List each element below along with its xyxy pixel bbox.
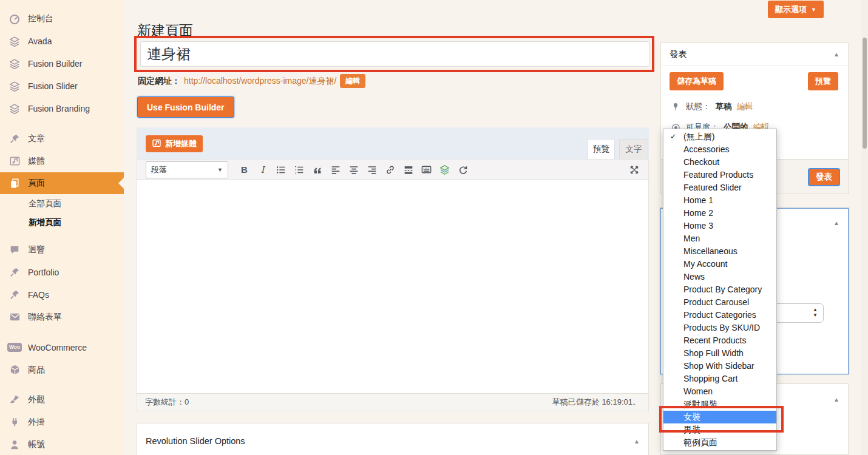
sidebar-item-comments[interactable]: 迴響 [0,238,124,261]
screen-options-label: 顯示選項 [775,4,807,15]
sidebar-item-products[interactable]: 商品 [0,359,124,381]
refresh-button[interactable] [455,163,471,177]
use-fusion-builder-button[interactable]: Use Fusion Builder [137,96,234,118]
pages-icon [8,177,21,189]
align-right-button[interactable] [364,163,380,177]
add-media-button[interactable]: 新增媒體 [146,135,203,152]
dropdown-option[interactable]: Home 3 [663,220,776,232]
sidebar-item-label: Fusion Slider [28,81,78,91]
sidebar-item-pages[interactable]: 頁面 [0,172,124,194]
plug-icon [8,416,21,428]
scrollbar-thumb[interactable] [863,38,867,149]
dropdown-option[interactable]: 男裝 [663,423,776,436]
collapse-icon[interactable]: ▲ [833,51,839,58]
align-left-button[interactable] [327,163,344,177]
editor-toolbar: 段落 ▼ B I [137,160,648,180]
permalink-edit-button[interactable]: 編輯 [340,74,365,88]
sidebar-item-portfolio[interactable]: Portfolio [0,261,124,283]
dropdown-option[interactable]: ✓(無上層) [663,130,776,143]
tab-visual[interactable]: 預覽 [588,139,615,159]
status-row: 狀態： 草稿 編輯 [671,101,753,112]
publish-button[interactable]: 發表 [808,168,840,186]
dropdown-option[interactable]: Featured Slider [663,181,776,194]
comment-icon [8,244,21,256]
sidebar-item-posts[interactable]: 文章 [0,127,124,150]
dropdown-option[interactable]: Men [663,232,776,245]
toolbar-toggle-button[interactable] [418,163,435,177]
dropdown-option[interactable]: 範例頁面 [663,436,776,449]
editor-canvas[interactable]: 段落 ▼ B I 字數統計：0 草稿已儲存於 16:19:01。 [137,159,649,411]
dropdown-option[interactable]: Recent Products [663,334,776,347]
sidebar-item-contact-forms[interactable]: 聯絡表單 [0,306,124,328]
sidebar-item-add-page[interactable]: 新增頁面 [0,213,124,232]
dropdown-option[interactable]: News [663,271,776,283]
bullet-list-button[interactable] [273,163,289,177]
avada-icon [8,103,21,115]
dropdown-option[interactable]: Women [663,385,776,398]
collapse-icon[interactable]: ▲ [634,438,640,445]
sidebar-item-dashboard[interactable]: 控制台 [0,7,124,30]
permalink-link[interactable]: http://localhost/wordpress-image/連身裙/ [184,76,336,87]
sidebar-item-avada[interactable]: Avada [0,30,124,52]
dropdown-option[interactable]: My Account [663,258,776,271]
sidebar-item-label: 外觀 [28,394,45,405]
dropdown-option[interactable]: Product Carousel [663,296,776,309]
bold-button[interactable]: B [236,163,253,177]
sidebar-item-label: Avada [28,36,52,46]
sidebar-item-label: 商品 [28,365,45,376]
sidebar-item-appearance[interactable]: 外觀 [0,388,124,411]
avada-icon [8,80,21,92]
word-count: 字數統計：0 [145,397,189,408]
user-icon [8,439,21,451]
media-icon [8,155,21,167]
dropdown-option[interactable]: Products By SKU/ID [663,322,776,334]
dropdown-option[interactable]: Miscellaneous [663,245,776,258]
page-title: 新建頁面 [137,21,193,40]
collapse-icon[interactable]: ▲ [833,220,839,226]
checkmark-icon: ✓ [670,130,676,143]
sidebar-item-users[interactable]: 帳號 [0,433,124,455]
dropdown-option[interactable]: Home 2 [663,207,776,220]
preview-button[interactable]: 預覽 [808,72,838,90]
dropdown-option[interactable]: Featured Products [663,169,776,181]
status-edit-link[interactable]: 編輯 [737,101,753,112]
dropdown-option[interactable]: Checkout [663,156,776,169]
link-button[interactable] [382,163,398,177]
dropdown-option-highlighted[interactable]: 女裝 [663,411,776,423]
save-draft-button[interactable]: 儲存為草稿 [670,72,724,90]
dropdown-option[interactable]: Shop Full Width [663,347,776,360]
sidebar-item-media[interactable]: 媒體 [0,150,124,172]
sidebar-item-woocommerce[interactable]: Woo WooCommerce [0,336,124,359]
fusion-shortcodes-icon[interactable] [436,163,453,177]
dropdown-option[interactable]: Accessories [663,143,776,156]
sidebar-item-fusion-branding[interactable]: Fusion Branding [0,97,124,120]
sidebar-item-fusion-slider[interactable]: Fusion Slider [0,75,124,97]
blockquote-button[interactable] [309,163,325,177]
sidebar-item-fusion-builder[interactable]: Fusion Builder [0,52,124,75]
collapse-icon[interactable]: ▲ [833,396,839,403]
dropdown-option[interactable]: Product Categories [663,309,776,322]
read-more-button[interactable] [400,163,416,177]
align-center-button[interactable] [345,163,362,177]
sidebar-item-all-pages[interactable]: 全部頁面 [0,194,124,213]
screen-options-button[interactable]: 顯示選項 ▼ [768,1,824,18]
sidebar-item-label: 頁面 [28,178,45,189]
dropdown-option[interactable]: Shopping Cart [663,372,776,385]
status-value: 草稿 [716,101,732,112]
sidebar-item-plugins[interactable]: 外掛 [0,411,124,433]
tab-text[interactable]: 文字 [619,139,648,159]
sidebar-item-label: Fusion Builder [28,59,83,69]
dropdown-option[interactable]: Product By Category [663,283,776,296]
dropdown-option[interactable]: 派對服裝 [663,398,776,411]
numbered-list-button[interactable] [291,163,307,177]
select-stepper-icon: ▲▼ [813,308,818,318]
page-title-input[interactable] [140,41,649,67]
italic-button[interactable]: I [254,163,271,177]
dropdown-option[interactable]: Shop With Sidebar [663,360,776,372]
fullscreen-button[interactable] [626,163,642,177]
publish-metabox-title: 發表 [670,49,687,60]
dropdown-option[interactable]: Home 1 [663,194,776,207]
sidebar-item-faqs[interactable]: FAQs [0,283,124,306]
paragraph-format-select[interactable]: 段落 ▼ [146,161,228,178]
pushpin-icon [8,133,21,145]
